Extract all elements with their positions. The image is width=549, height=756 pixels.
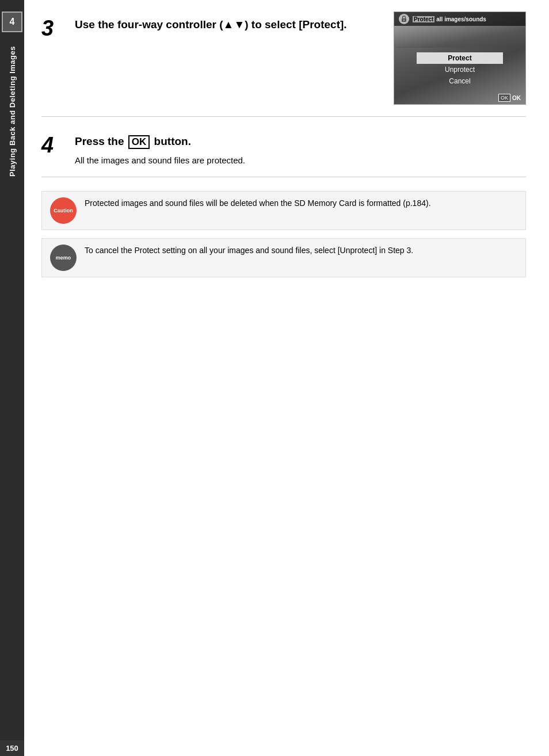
chapter-title: Playing Back and Deleting Images	[8, 46, 17, 177]
caution-text: Protected images and sound files will be…	[85, 197, 431, 210]
step4-section: 4 Press the OK button. All the images an…	[41, 134, 526, 177]
step3-body: Protect all images/sounds Protect Unprot…	[75, 17, 526, 105]
camera-menu: Protect Unprotect Cancel	[417, 52, 503, 87]
memo-icon-label: memo	[56, 255, 71, 261]
camera-lock-icon	[399, 14, 409, 24]
caution-icon-label: Caution	[54, 208, 73, 213]
camera-title-text: Protect all images/sounds	[413, 16, 486, 22]
camera-ui: Protect all images/sounds Protect Unprot…	[394, 12, 526, 105]
camera-ui-inner: Protect all images/sounds Protect Unprot…	[394, 12, 525, 104]
step4-title: Press the OK button.	[75, 134, 526, 150]
main-content: 3	[24, 0, 549, 756]
chapter-number-badge: 4	[2, 12, 22, 32]
step4-title-part2: button.	[151, 135, 191, 147]
memo-text: To cancel the Protect setting on all you…	[85, 245, 413, 257]
camera-title-rest: all images/sounds	[436, 16, 486, 22]
step4-title-part1: Press the	[75, 135, 127, 147]
step3-section: 3	[41, 17, 526, 117]
caution-block: Caution Protected images and sound files…	[41, 191, 526, 230]
camera-background: Protect all images/sounds Protect Unprot…	[394, 12, 525, 104]
camera-menu-protect[interactable]: Protect	[417, 52, 503, 64]
ok-text: OK	[512, 95, 521, 101]
sidebar: 4 Playing Back and Deleting Images 150	[0, 0, 24, 756]
step3-arrows: ▲▼	[223, 18, 245, 30]
camera-ok-area: OK OK	[394, 91, 525, 104]
caution-icon: Caution	[50, 197, 77, 224]
camera-top-bar: Protect all images/sounds	[394, 12, 525, 26]
ok-small-icon: OK	[498, 94, 510, 102]
ok-button-label: OK	[128, 135, 150, 149]
step4-description: All the images and sound files are prote…	[75, 155, 526, 165]
step3-title-part1: Use the four-way controller (	[75, 18, 223, 30]
svg-point-1	[403, 20, 405, 21]
camera-menu-cancel[interactable]: Cancel	[417, 75, 503, 87]
camera-menu-unprotect[interactable]: Unprotect	[417, 64, 503, 75]
step4-body: Press the OK button. All the images and …	[75, 134, 526, 165]
step4-number: 4	[41, 134, 64, 156]
step3-title-part2: ) to select [Protect].	[245, 18, 346, 30]
camera-title-highlight: Protect	[413, 16, 434, 22]
page-number: 150	[0, 740, 24, 756]
memo-block: memo To cancel the Protect setting on al…	[41, 238, 526, 277]
memo-icon: memo	[50, 245, 77, 271]
step3-number: 3	[41, 17, 64, 39]
